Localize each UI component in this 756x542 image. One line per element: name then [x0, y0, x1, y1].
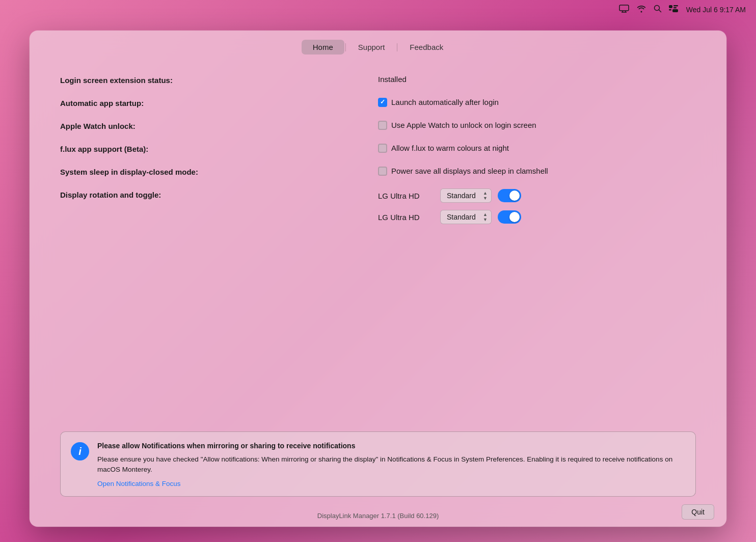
svg-rect-7	[673, 5, 678, 7]
flux-label: f.lux app support (Beta):	[60, 143, 378, 154]
notification-content: Please allow Notifications when mirrorin…	[97, 441, 685, 488]
login-screen-label: Login screen extension status:	[60, 74, 378, 86]
notification-title: Please allow Notifications when mirrorin…	[97, 441, 685, 451]
svg-rect-8	[673, 7, 677, 9]
display-item-1: LG Ultra HD Standard 90° 180° 270° ▲ ▼	[378, 188, 696, 203]
content-area: Login screen extension status: Installed…	[30, 62, 726, 507]
display-rotation-controls: LG Ultra HD Standard 90° 180° 270° ▲ ▼	[378, 188, 696, 224]
sleep-value: Power save all displays and sleep in cla…	[378, 166, 696, 176]
svg-rect-9	[669, 9, 671, 11]
apple-watch-text: Use Apple Watch to unlock on login scree…	[391, 120, 536, 130]
sleep-label: System sleep in display-closed mode:	[60, 166, 378, 177]
svg-line-5	[659, 10, 661, 12]
display-1-name: LG Ultra HD	[378, 192, 434, 200]
apple-watch-value: Use Apple Watch to unlock on login scree…	[378, 120, 696, 130]
info-icon-letter: i	[78, 446, 82, 456]
tab-home[interactable]: Home	[302, 40, 344, 55]
apple-watch-label: Apple Watch unlock:	[60, 120, 378, 131]
settings-grid: Login screen extension status: Installed…	[60, 74, 696, 224]
svg-rect-6	[669, 5, 672, 8]
sleep-checkbox[interactable]	[378, 167, 387, 176]
tab-support[interactable]: Support	[347, 40, 396, 55]
auto-startup-text: Launch automatically after login	[391, 97, 499, 107]
footer: DisplayLink Manager 1.7.1 (Build 60.129)…	[30, 507, 726, 527]
apple-watch-checkbox[interactable]	[378, 121, 387, 130]
svg-rect-10	[672, 9, 678, 12]
menubar-time: Wed Jul 6 9:17 AM	[686, 6, 746, 14]
display-1-dropdown-wrapper: Standard 90° 180° 270° ▲ ▼	[440, 188, 492, 203]
login-screen-status: Installed	[378, 74, 407, 85]
tab-divider-1	[345, 43, 346, 51]
display-item-2: LG Ultra HD Standard 90° 180° 270° ▲ ▼	[378, 210, 696, 224]
auto-startup-label: Automatic app startup:	[60, 97, 378, 109]
svg-rect-0	[619, 5, 629, 11]
menubar-icons	[619, 5, 678, 15]
display-2-dropdown-wrapper: Standard 90° 180° 270° ▲ ▼	[440, 210, 492, 224]
wifi-icon	[636, 5, 646, 15]
display-icon	[619, 5, 629, 15]
notification-body: Please ensure you have checked "Allow no…	[97, 454, 685, 475]
menubar: Wed Jul 6 9:17 AM	[0, 0, 756, 19]
open-notifications-link[interactable]: Open Notifications & Focus	[97, 480, 181, 487]
auto-startup-value: Launch automatically after login	[378, 97, 696, 107]
flux-checkbox[interactable]	[378, 144, 387, 153]
info-icon: i	[71, 442, 89, 460]
sleep-text: Power save all displays and sleep in cla…	[391, 166, 548, 176]
auto-startup-checkbox[interactable]	[378, 98, 387, 107]
flux-text: Allow f.lux to warm colours at night	[391, 143, 509, 153]
tab-divider-2	[397, 43, 397, 51]
quit-button[interactable]: Quit	[682, 504, 714, 520]
version-label: DisplayLink Manager 1.7.1 (Build 60.129)	[317, 512, 439, 520]
display-2-rotation-select[interactable]: Standard 90° 180° 270°	[440, 210, 492, 224]
flux-value: Allow f.lux to warm colours at night	[378, 143, 696, 153]
search-icon	[654, 5, 662, 15]
control-center-icon	[669, 5, 678, 14]
tab-bar: Home Support Feedback	[30, 31, 726, 62]
login-screen-value: Installed	[378, 74, 696, 85]
display-2-name: LG Ultra HD	[378, 213, 434, 222]
display-1-rotation-select[interactable]: Standard 90° 180° 270°	[440, 188, 492, 203]
tab-feedback[interactable]: Feedback	[398, 40, 454, 55]
display-1-toggle[interactable]	[498, 189, 521, 202]
display-rotation-label: Display rotation and toggle:	[60, 188, 378, 200]
display-2-toggle[interactable]	[498, 210, 521, 224]
main-window: Home Support Feedback Login screen exten…	[30, 31, 726, 527]
notification-box: i Please allow Notifications when mirror…	[60, 431, 696, 497]
